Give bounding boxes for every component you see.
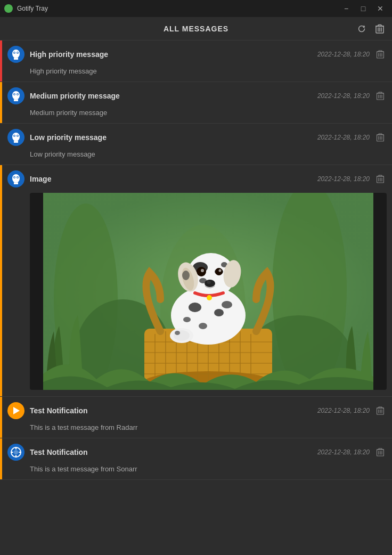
window-controls: − □ ✕ xyxy=(339,3,388,14)
delete-message-button[interactable] xyxy=(374,173,387,185)
delete-message-button[interactable] xyxy=(374,404,387,417)
header-actions xyxy=(354,21,388,37)
priority-bar-medium xyxy=(0,82,2,123)
svg-marker-99 xyxy=(13,407,20,414)
svg-point-43 xyxy=(17,177,18,178)
message-header: High priority message 2022-12-28, 18:20 xyxy=(0,40,392,66)
app-icon-sonarr xyxy=(7,444,24,461)
message-card-image: Image 2022-12-28, 18:20 xyxy=(0,165,392,397)
delete-icon xyxy=(377,50,384,59)
main-window: Gotify Tray − □ ✕ ALL MESSAGES xyxy=(0,0,392,555)
maximize-button[interactable]: □ xyxy=(356,3,371,14)
message-card-medium-priority: Medium priority message 2022-12-28, 18:2… xyxy=(0,82,392,124)
refresh-icon xyxy=(357,24,366,34)
svg-point-21 xyxy=(17,94,18,95)
minimize-button[interactable]: − xyxy=(339,3,354,14)
message-timestamp: 2022-12-28, 18:20 xyxy=(317,92,370,100)
delete-icon xyxy=(377,92,384,100)
message-title: Image xyxy=(30,175,317,183)
delete-icon xyxy=(377,406,384,415)
messages-list[interactable]: High priority message 2022-12-28, 18:20 … xyxy=(0,40,392,555)
svg-point-74 xyxy=(189,303,201,312)
svg-point-93 xyxy=(207,281,211,284)
delete-message-button[interactable] xyxy=(374,131,387,144)
close-button[interactable]: ✕ xyxy=(373,3,388,14)
svg-point-75 xyxy=(214,309,224,316)
svg-point-90 xyxy=(201,269,204,272)
priority-bar-image xyxy=(0,165,2,396)
message-card-radarr: Test Notification 2022-12-28, 18:20 This… xyxy=(0,397,392,438)
dog-image-svg xyxy=(30,193,387,390)
svg-point-39 xyxy=(12,174,20,183)
message-title: High priority message xyxy=(30,50,317,59)
svg-point-89 xyxy=(215,268,223,275)
refresh-button[interactable] xyxy=(354,21,370,37)
svg-point-17 xyxy=(12,91,20,100)
svg-point-78 xyxy=(183,317,191,322)
app-icon-gotify xyxy=(7,46,24,63)
app-status-indicator xyxy=(4,4,13,13)
svg-point-31 xyxy=(14,135,15,136)
delete-all-button[interactable] xyxy=(372,21,388,37)
message-timestamp: 2022-12-28, 18:20 xyxy=(317,175,370,183)
app-icon-gotify xyxy=(7,87,24,104)
app-icon-radarr xyxy=(7,402,24,419)
svg-point-76 xyxy=(199,323,207,329)
bottom-spacer xyxy=(0,480,392,491)
svg-point-77 xyxy=(222,301,232,308)
titlebar: Gotify Tray − □ ✕ xyxy=(0,0,392,17)
message-card-sonarr: Test Notification 2022-12-28, 18:20 This… xyxy=(0,438,392,480)
priority-bar-sonarr xyxy=(0,438,2,479)
message-card-high-priority: High priority message 2022-12-28, 18:20 … xyxy=(0,40,392,82)
svg-point-42 xyxy=(14,177,15,178)
gotify-icon xyxy=(9,47,23,62)
message-title: Low priority message xyxy=(30,133,317,142)
gotify-icon xyxy=(9,130,23,145)
message-timestamp: 2022-12-28, 18:20 xyxy=(317,134,370,141)
message-body: This is a test message from Radarr xyxy=(0,422,392,438)
message-image-container xyxy=(0,191,392,396)
svg-point-81 xyxy=(175,331,180,335)
message-body: Medium priority message xyxy=(0,108,392,123)
gotify-icon xyxy=(9,88,23,103)
message-body: High priority message xyxy=(0,66,392,81)
app-icon-gotify xyxy=(7,129,24,146)
sonarr-icon xyxy=(10,446,22,458)
app-icon-gotify xyxy=(7,170,24,187)
trash-icon xyxy=(375,24,384,34)
svg-point-98 xyxy=(207,295,212,300)
svg-point-20 xyxy=(14,94,15,95)
svg-point-28 xyxy=(12,133,20,141)
svg-point-9 xyxy=(14,52,15,53)
svg-point-96 xyxy=(182,271,190,280)
svg-point-10 xyxy=(17,52,18,53)
message-timestamp: 2022-12-28, 18:20 xyxy=(317,448,370,456)
message-header: Low priority message 2022-12-28, 18:20 xyxy=(0,124,392,149)
message-timestamp: 2022-12-28, 18:20 xyxy=(317,407,370,414)
delete-message-button[interactable] xyxy=(374,89,387,102)
delete-icon xyxy=(377,133,384,142)
message-body: Low priority message xyxy=(0,149,392,165)
message-header: Test Notification 2022-12-28, 18:20 xyxy=(0,397,392,422)
messages-header: ALL MESSAGES xyxy=(0,17,392,40)
message-header: Medium priority message 2022-12-28, 18:2… xyxy=(0,82,392,108)
message-body: This is a test message from Sonarr xyxy=(0,464,392,479)
message-title: Test Notification xyxy=(30,448,317,456)
svg-point-6 xyxy=(12,50,20,58)
message-card-low-priority: Low priority message 2022-12-28, 18:20 L… xyxy=(0,124,392,165)
priority-bar-none xyxy=(0,124,2,165)
message-title: Medium priority message xyxy=(30,92,317,100)
svg-point-91 xyxy=(219,270,222,272)
delete-message-button[interactable] xyxy=(374,446,387,459)
delete-icon xyxy=(377,448,384,456)
message-header: Test Notification 2022-12-28, 18:20 xyxy=(0,438,392,464)
message-header: Image 2022-12-28, 18:20 xyxy=(0,165,392,191)
delete-message-button[interactable] xyxy=(374,48,387,61)
svg-point-106 xyxy=(14,450,18,454)
message-title: Test Notification xyxy=(30,406,317,415)
message-timestamp: 2022-12-28, 18:20 xyxy=(317,51,370,58)
header-title: ALL MESSAGES xyxy=(164,25,228,33)
delete-icon xyxy=(377,175,384,183)
priority-bar-high xyxy=(0,40,2,81)
priority-bar-radarr xyxy=(0,397,2,438)
